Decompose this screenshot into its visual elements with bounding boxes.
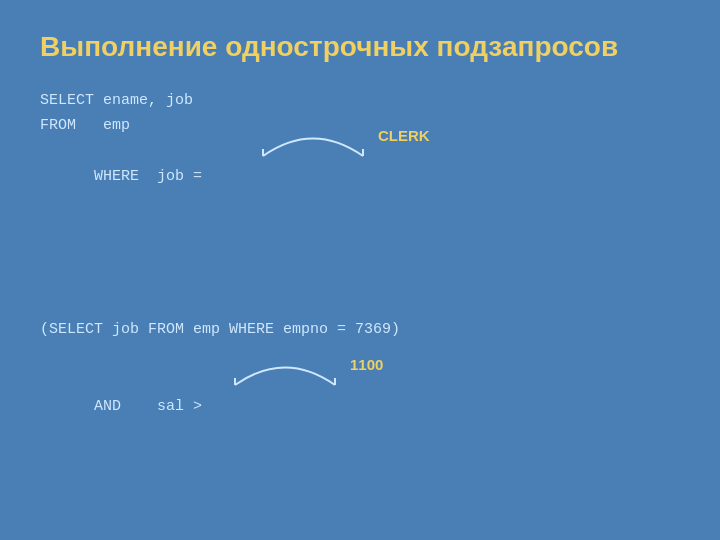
- arc-1100-icon: [230, 350, 340, 388]
- code-line-3: WHERE job = CLERK: [40, 139, 680, 318]
- code-line-6: AND sal > 1100: [40, 368, 680, 540]
- arc-clerk-icon: [258, 121, 368, 159]
- code-block: SELECT ename, job FROM emp WHERE job = C…: [40, 88, 680, 540]
- slide-title: Выполнение однострочных подзапросов: [40, 30, 680, 64]
- code-line-6-prefix: AND sal >: [94, 398, 211, 415]
- callout-clerk: CLERK: [378, 123, 430, 149]
- code-line-1: SELECT ename, job: [40, 88, 680, 114]
- code-line-4: (SELECT job FROM emp WHERE empno = 7369): [40, 317, 680, 343]
- callout-1100: 1100: [350, 352, 383, 378]
- slide: Выполнение однострочных подзапросов SELE…: [0, 0, 720, 540]
- code-line-3-prefix: WHERE job =: [94, 168, 211, 185]
